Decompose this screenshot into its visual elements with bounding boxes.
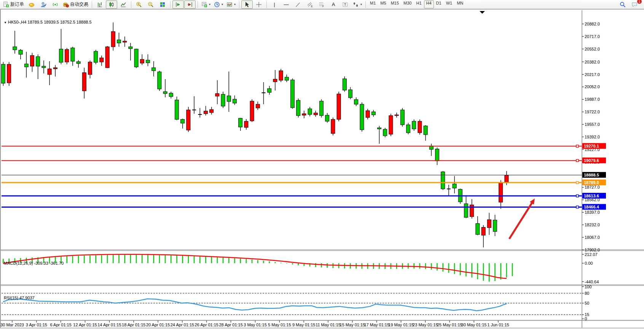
zoom-in-button[interactable] <box>133 0 145 9</box>
bull-candle-body[interactable] <box>71 48 75 61</box>
bear-candle-body[interactable] <box>48 69 51 75</box>
bear-candle-body[interactable] <box>366 111 370 118</box>
line-handle[interactable] <box>576 159 579 162</box>
bull-candle-body[interactable] <box>435 149 439 161</box>
bear-candle-body[interactable] <box>82 73 86 91</box>
bull-candle-body[interactable] <box>453 184 456 188</box>
fibonacci-tool-button[interactable]: F <box>316 0 327 9</box>
search-button[interactable] <box>617 0 628 9</box>
bear-candle-body[interactable] <box>30 56 34 66</box>
new-order-button[interactable]: 新订单 <box>2 0 26 9</box>
bull-candle-body[interactable] <box>296 100 300 116</box>
bear-candle-body[interactable] <box>187 110 190 130</box>
timeframe-button-m5[interactable]: M5 <box>378 0 388 8</box>
bear-candle-body[interactable] <box>100 58 104 62</box>
timeframe-button-h4[interactable]: H4 <box>424 0 434 8</box>
line-handle[interactable] <box>576 206 579 208</box>
bull-candle-body[interactable] <box>464 204 468 218</box>
auto-trading-button[interactable]: 自动交易 <box>61 0 90 9</box>
timeframe-button-m30[interactable]: M30 <box>401 0 414 8</box>
bull-candle-body[interactable] <box>325 115 329 121</box>
bar-chart-button[interactable] <box>94 0 105 9</box>
bull-candle-body[interactable] <box>424 126 427 135</box>
bear-candle-body[interactable] <box>7 64 11 83</box>
bull-candle-body[interactable] <box>117 40 121 43</box>
trendline-tool-button[interactable]: ／ <box>292 0 304 9</box>
signal-button[interactable] <box>49 0 61 9</box>
bull-candle-body[interactable] <box>2 64 5 83</box>
bear-candle-body[interactable] <box>210 110 214 113</box>
bear-candle-body[interactable] <box>204 111 208 114</box>
period-button[interactable]: ▾ <box>212 0 225 9</box>
crosshair-tool-button[interactable] <box>253 0 265 9</box>
bull-candle-body[interactable] <box>19 50 22 54</box>
bull-candle-body[interactable] <box>349 90 352 98</box>
line-handle[interactable] <box>576 145 579 147</box>
bull-candle-body[interactable] <box>493 220 497 232</box>
bull-candle-body[interactable] <box>146 60 150 63</box>
text-tool-button[interactable]: A <box>328 0 339 9</box>
bear-candle-body[interactable] <box>487 220 491 228</box>
new-chart-button[interactable]: ▾ <box>200 0 212 9</box>
chart-autoscroll-button[interactable] <box>184 0 196 9</box>
bull-candle-body[interactable] <box>94 51 98 62</box>
bull-candle-body[interactable] <box>268 89 271 92</box>
bull-candle-body[interactable] <box>400 110 404 125</box>
bull-candle-body[interactable] <box>383 129 387 136</box>
bull-candle-body[interactable] <box>291 80 295 108</box>
timeframe-button-mn[interactable]: MN <box>454 0 465 8</box>
bull-candle-body[interactable] <box>412 121 416 129</box>
shapes-tool-button[interactable]: ▾ <box>351 0 363 9</box>
bull-candle-body[interactable] <box>406 125 410 133</box>
zoom-out-button[interactable] <box>145 0 156 9</box>
bull-candle-body[interactable] <box>285 77 289 80</box>
bull-candle-body[interactable] <box>227 96 231 102</box>
bull-candle-body[interactable] <box>308 109 312 114</box>
tile-windows-button[interactable] <box>157 0 168 9</box>
bull-candle-body[interactable] <box>163 92 167 94</box>
bear-candle-body[interactable] <box>273 79 277 82</box>
profile-button[interactable] <box>38 0 49 9</box>
line-handle[interactable] <box>576 181 579 184</box>
bear-candle-body[interactable] <box>279 71 283 80</box>
vertical-line-tool-button[interactable]: | <box>269 0 280 9</box>
bull-candle-body[interactable] <box>175 100 179 119</box>
chart-canvas[interactable]: 20882.020717.020552.020382.020217.020052… <box>1 10 644 329</box>
bull-candle-body[interactable] <box>343 79 346 90</box>
bear-candle-body[interactable] <box>481 227 485 235</box>
chat-button[interactable]: 1 <box>629 0 640 9</box>
collapse-triangle-icon[interactable]: ▼ <box>4 21 7 24</box>
label-tool-button[interactable]: T <box>340 0 351 9</box>
bull-candle-body[interactable] <box>42 66 46 68</box>
bear-candle-body[interactable] <box>505 175 509 182</box>
bear-candle-body[interactable] <box>418 121 422 133</box>
bear-candle-body[interactable] <box>111 32 115 47</box>
bull-candle-body[interactable] <box>36 57 40 66</box>
line-handle[interactable] <box>576 195 579 197</box>
bear-candle-body[interactable] <box>250 101 254 121</box>
bull-candle-body[interactable] <box>169 93 173 97</box>
bull-candle-body[interactable] <box>77 62 80 64</box>
bull-candle-body[interactable] <box>152 68 156 71</box>
bull-candle-body[interactable] <box>239 118 242 127</box>
bull-candle-body[interactable] <box>360 104 364 130</box>
bull-candle-body[interactable] <box>320 101 324 116</box>
bull-candle-body[interactable] <box>158 72 161 89</box>
bear-candle-body[interactable] <box>331 119 335 134</box>
bull-candle-body[interactable] <box>134 49 138 67</box>
bull-candle-body[interactable] <box>59 49 63 62</box>
bear-candle-body[interactable] <box>140 59 144 63</box>
bull-candle-body[interactable] <box>129 47 132 49</box>
bear-candle-body[interactable] <box>314 113 317 115</box>
timeframe-button-d1[interactable]: D1 <box>434 0 444 8</box>
bull-candle-body[interactable] <box>13 47 17 50</box>
bear-candle-body[interactable] <box>395 115 399 116</box>
bull-candle-body[interactable] <box>233 99 237 103</box>
candlestick-chart-button[interactable] <box>106 0 117 9</box>
timeframe-button-m1[interactable]: M1 <box>368 0 378 8</box>
bull-candle-body[interactable] <box>371 112 375 115</box>
bear-candle-body[interactable] <box>105 47 109 68</box>
bear-candle-body[interactable] <box>244 121 248 127</box>
bear-candle-body[interactable] <box>389 116 393 134</box>
timeframe-button-w1[interactable]: W1 <box>444 0 455 8</box>
